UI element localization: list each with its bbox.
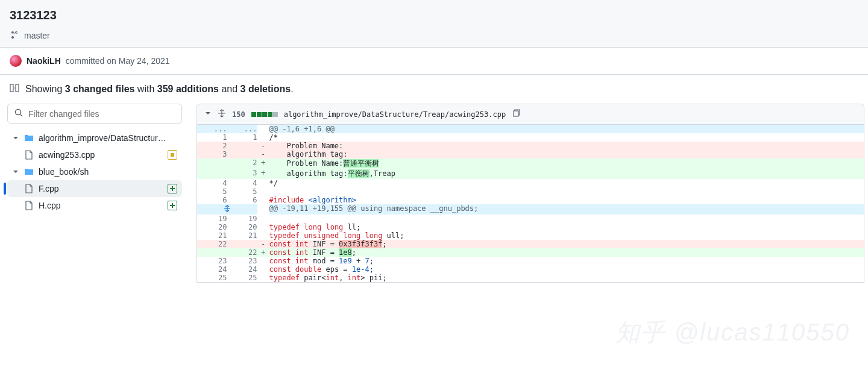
search-icon — [14, 108, 24, 119]
diff-area: 150 algorithm_improve/DataStructure/Trea… — [197, 104, 864, 283]
added-badge-icon — [168, 201, 177, 210]
file-path[interactable]: algorithm_improve/DataStructure/Treap/ac… — [284, 110, 506, 119]
commit-title: 3123123 — [10, 5, 858, 26]
svg-point-2 — [16, 110, 21, 115]
hunk-header: ......@@ -1,6 +1,6 @@ — [197, 125, 864, 133]
folder-icon — [24, 167, 34, 177]
diff-line-deleted: 2- Problem Name: — [197, 142, 864, 150]
diff-line: 2323const int mod = 1e9 + 7; — [197, 257, 864, 265]
svg-rect-0 — [10, 84, 13, 92]
tree-file[interactable]: F.cpp — [7, 180, 182, 197]
avatar[interactable] — [10, 55, 22, 67]
file-tree-sidebar: algorithm_improve/DataStructur… acwing25… — [4, 104, 182, 283]
file-label: F.cpp — [39, 184, 58, 193]
folder-label: algorithm_improve/DataStructur… — [39, 133, 166, 143]
copy-icon[interactable] — [512, 109, 520, 119]
commit-meta: NaokiLH committed on May 24, 2021 — [0, 48, 868, 75]
diff-line: 44*/ — [197, 179, 864, 187]
tree-file[interactable]: H.cpp — [7, 197, 182, 214]
diff-line: 2121typedef unsigned long long ull; — [197, 231, 864, 240]
file-label: H.cpp — [39, 201, 61, 210]
file-icon — [24, 184, 34, 193]
diff-line-added: 2+ Problem Name:普通平衡树 — [197, 158, 864, 169]
diff-line: 2424const double eps = 1e-4; — [197, 265, 864, 274]
branch-icon — [10, 30, 19, 41]
hunk-header[interactable]: @@ -19,11 +19,155 @@ using namespace __g… — [197, 204, 864, 215]
file-label: acwing253.cpp — [39, 150, 95, 160]
chevron-down-icon — [12, 134, 19, 142]
commit-header: 3123123 master — [0, 0, 868, 48]
line-count: 150 — [232, 110, 245, 119]
expand-icon[interactable] — [218, 109, 226, 119]
chevron-down-icon[interactable] — [204, 110, 212, 119]
expand-diff-icon[interactable] — [10, 83, 19, 95]
modified-badge-icon — [168, 150, 177, 160]
added-badge-icon — [168, 184, 177, 193]
diffstat — [251, 112, 278, 117]
chevron-down-icon — [12, 168, 19, 175]
file-icon — [24, 150, 34, 160]
file-header: 150 algorithm_improve/DataStructure/Trea… — [197, 104, 864, 125]
author-link[interactable]: NaokiLH — [27, 56, 61, 66]
filter-box[interactable] — [7, 104, 182, 124]
diff-summary: Showing 3 changed files with 359 additio… — [0, 75, 868, 104]
diff-table: ......@@ -1,6 +1,6 @@ 11/* 2- Problem Na… — [197, 125, 864, 283]
summary-text: Showing 3 changed files with 359 additio… — [25, 84, 294, 95]
diff-line: 55 — [197, 187, 864, 196]
tree-file[interactable]: acwing253.cpp — [7, 146, 182, 163]
folder-label: blue_book/sh — [39, 167, 89, 177]
diff-line: 66#include <algorithm> — [197, 196, 864, 204]
diff-line: 1919 — [197, 215, 864, 223]
diff-line-deleted: 3- algorithm tag: — [197, 150, 864, 158]
branch-row: master — [10, 26, 858, 47]
filter-input[interactable] — [28, 109, 175, 119]
file-icon — [24, 201, 34, 210]
svg-rect-1 — [16, 84, 19, 92]
diff-line-deleted: 22-const int INF = 0x3f3f3f3f; — [197, 240, 864, 248]
tree-folder[interactable]: blue_book/sh — [7, 163, 182, 180]
svg-rect-3 — [514, 111, 518, 116]
diff-line: 2020typedef long long ll; — [197, 223, 864, 231]
folder-icon — [24, 133, 34, 143]
branch-name[interactable]: master — [24, 31, 50, 40]
diff-line: 2525typedef pair<int, int> pii; — [197, 274, 864, 283]
diff-line-added: 3+ algorithm tag:平衡树,Treap — [197, 169, 864, 179]
commit-time: committed on May 24, 2021 — [66, 56, 170, 66]
diff-line: 11/* — [197, 133, 864, 142]
diff-line-added: 22+const int INF = 1e8; — [197, 248, 864, 257]
tree-folder[interactable]: algorithm_improve/DataStructur… — [7, 130, 182, 146]
